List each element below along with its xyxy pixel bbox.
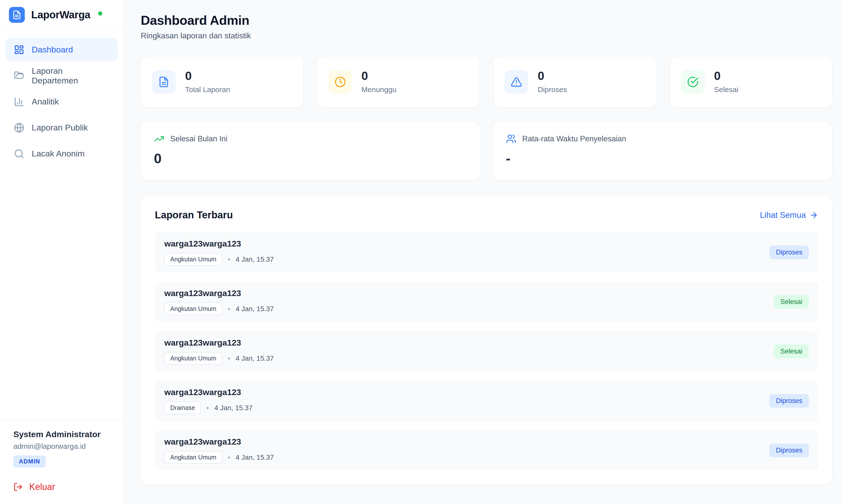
report-title: warga123warga123 [164,288,274,298]
meta-separator: • [228,453,230,462]
report-row[interactable]: warga123warga123 Angkutan Umum • 4 Jan, … [155,331,818,372]
page-subtitle: Ringkasan laporan dan statistik [141,31,832,40]
sidebar-item-label: Dashboard [32,45,73,54]
online-status-dot [98,12,102,16]
page-title: Dashboard Admin [141,13,832,28]
logout-label: Keluar [29,482,55,492]
logout-icon [13,482,23,492]
app-logo [9,7,25,23]
report-row[interactable]: warga123warga123 Angkutan Umum • 4 Jan, … [155,430,818,471]
stat-label: Selesai [714,85,738,94]
sidebar-footer: System Administrator admin@laporwarga.id… [0,419,123,504]
app-title: LaporWarga [31,9,90,21]
user-email: admin@laporwarga.id [13,442,110,451]
status-badge: Diproses [769,394,809,408]
report-date: 4 Jan, 15.37 [214,404,253,412]
sidebar-item-lacak-anonim[interactable]: Lacak Anonim [5,142,118,165]
report-date: 4 Jan, 15.37 [236,305,274,313]
sidebar-item-label: Laporan Departemen [32,66,109,85]
report-title: warga123warga123 [164,388,253,397]
report-title: warga123warga123 [164,239,274,249]
category-pill: Drainase [164,401,201,414]
status-badge: Diproses [769,246,809,259]
report-row[interactable]: warga123warga123 Angkutan Umum • 4 Jan, … [155,282,818,322]
brand: LaporWarga [0,0,123,30]
summary-grid: Selesai Bulan Ini 0 Rata-rata Waktu Peny… [141,122,832,180]
status-badge: Selesai [774,295,809,309]
file-text-icon [152,70,176,94]
summary-card-selesai-bulan-ini: Selesai Bulan Ini 0 [141,122,480,180]
sidebar-item-label: Analitik [32,97,59,106]
sidebar-item-laporan-publik[interactable]: Laporan Publik [5,116,118,139]
stat-card-diproses: 0 Diproses [493,56,656,107]
stats-grid: 0 Total Laporan 0 Menunggu 0 Diproses [141,56,832,107]
status-badge: Diproses [769,444,809,457]
report-row[interactable]: warga123warga123 Angkutan Umum • 4 Jan, … [155,232,818,272]
logout-button[interactable]: Keluar [13,482,110,492]
folder-open-icon [14,71,24,81]
role-badge: ADMIN [13,455,46,467]
sidebar-item-analitik[interactable]: Analitik [5,90,118,113]
meta-separator: • [228,255,230,264]
report-date: 4 Jan, 15.37 [236,355,274,362]
layout-dashboard-icon [14,44,24,55]
user-name: System Administrator [13,430,110,439]
summary-card-rata-rata-waktu: Rata-rata Waktu Penyelesaian - [493,122,833,180]
stat-value: 0 [538,70,567,82]
status-badge: Selesai [774,345,809,358]
stat-value: 0 [362,70,397,82]
summary-label: Selesai Bulan Ini [170,134,227,143]
sidebar-item-dashboard[interactable]: Dashboard [5,38,118,61]
report-title: warga123warga123 [164,437,274,447]
summary-label: Rata-rata Waktu Penyelesaian [522,134,626,143]
meta-separator: • [206,404,209,412]
main-content: Dashboard Admin Ringkasan laporan dan st… [124,0,841,504]
recent-reports-card: Laporan Terbaru Lihat Semua warga123warg… [141,196,832,485]
check-circle-icon [681,70,705,94]
stat-value: 0 [185,70,230,82]
category-pill: Angkutan Umum [164,451,222,464]
meta-separator: • [228,305,230,313]
report-date: 4 Jan, 15.37 [236,453,274,462]
report-list: warga123warga123 Angkutan Umum • 4 Jan, … [155,232,818,471]
alert-triangle-icon [504,70,528,94]
sidebar: LaporWarga Dashboard Laporan Departemen … [0,0,124,504]
report-date: 4 Jan, 15.37 [236,255,274,264]
stat-label: Total Laporan [185,85,230,94]
arrow-right-icon [809,211,818,220]
report-row[interactable]: warga123warga123 Drainase • 4 Jan, 15.37… [155,380,818,421]
stat-label: Diproses [538,85,567,94]
sidebar-item-laporan-departemen[interactable]: Laporan Departemen [5,64,118,87]
stat-card-menunggu: 0 Menunggu [317,56,480,107]
view-all-link[interactable]: Lihat Semua [760,211,818,220]
meta-separator: • [228,355,230,362]
sidebar-item-label: Laporan Publik [32,123,88,132]
search-icon [14,148,24,159]
summary-value: - [506,151,820,165]
users-icon [506,134,516,144]
stat-card-total-laporan: 0 Total Laporan [141,56,304,107]
category-pill: Angkutan Umum [164,253,222,266]
stat-card-selesai: 0 Selesai [670,56,833,107]
clock-icon [328,70,352,94]
globe-icon [14,123,24,133]
stat-label: Menunggu [362,85,397,94]
recent-reports-title: Laporan Terbaru [155,210,233,220]
trending-up-icon [154,134,164,144]
bar-chart-icon [14,96,24,107]
report-title: warga123warga123 [164,338,274,347]
file-text-icon [12,10,21,20]
view-all-label: Lihat Semua [760,211,806,220]
category-pill: Angkutan Umum [164,352,222,365]
category-pill: Angkutan Umum [164,303,222,315]
summary-value: 0 [154,151,467,165]
sidebar-nav: Dashboard Laporan Departemen Analitik La… [0,30,123,173]
sidebar-item-label: Lacak Anonim [32,149,85,158]
stat-value: 0 [714,70,738,82]
